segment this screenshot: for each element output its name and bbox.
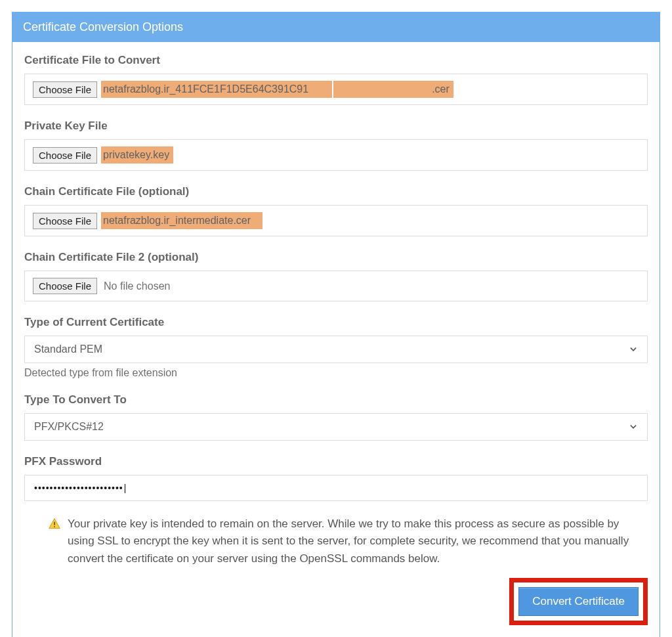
chain1-file-name: netafrazblog.ir_intermediate.cer bbox=[101, 212, 262, 229]
chevron-down-icon bbox=[629, 345, 638, 354]
pfx-password-value: ••••••••••••••••••••••• bbox=[34, 483, 123, 493]
chain1-group: Chain Certificate File (optional) Choose… bbox=[24, 185, 648, 236]
cert-file-name: netafrazblog.ir_411FCE1F1D5E64C391C91 bbox=[101, 81, 332, 98]
button-row: Convert Certificate bbox=[24, 578, 648, 625]
current-type-group: Type of Current Certificate Standard PEM… bbox=[24, 316, 648, 379]
text-cursor bbox=[125, 484, 125, 493]
convert-to-label: Type To Convert To bbox=[24, 393, 648, 406]
current-type-select[interactable]: Standard PEM bbox=[24, 336, 648, 363]
chain1-choose-button[interactable]: Choose File bbox=[33, 213, 97, 229]
panel-title: Certificate Conversion Options bbox=[12, 12, 660, 42]
chain2-choose-button[interactable]: Choose File bbox=[33, 278, 97, 294]
cert-file-input-row[interactable]: Choose File netafrazblog.ir_411FCE1F1D5E… bbox=[24, 74, 648, 105]
convert-to-group: Type To Convert To PFX/PKCS#12 bbox=[24, 393, 648, 441]
warning-icon bbox=[48, 517, 61, 536]
current-type-label: Type of Current Certificate bbox=[24, 316, 648, 329]
private-key-file-name: privatekey.key bbox=[101, 146, 173, 164]
chain2-input-row[interactable]: Choose File No file chosen bbox=[24, 271, 648, 301]
cert-file-ext: .cer bbox=[333, 81, 453, 98]
pfx-password-input[interactable]: ••••••••••••••••••••••• bbox=[24, 475, 648, 501]
svg-rect-1 bbox=[54, 526, 55, 527]
chain2-group: Chain Certificate File 2 (optional) Choo… bbox=[24, 251, 648, 301]
pfx-password-group: PFX Password ••••••••••••••••••••••• bbox=[24, 455, 648, 501]
pfx-password-label: PFX Password bbox=[24, 455, 648, 468]
chevron-down-icon bbox=[629, 422, 638, 431]
convert-to-value: PFX/PKCS#12 bbox=[34, 421, 623, 433]
private-key-group: Private Key File Choose File privatekey.… bbox=[24, 120, 648, 171]
highlight-frame: Convert Certificate bbox=[509, 578, 648, 625]
warning-text: Your private key is intended to remain o… bbox=[68, 516, 648, 567]
convert-to-select[interactable]: PFX/PKCS#12 bbox=[24, 413, 648, 441]
chain1-input-row[interactable]: Choose File netafrazblog.ir_intermediate… bbox=[24, 205, 648, 236]
private-key-label: Private Key File bbox=[24, 120, 648, 133]
chain1-label: Chain Certificate File (optional) bbox=[24, 185, 648, 198]
current-type-value: Standard PEM bbox=[34, 343, 623, 355]
private-key-input-row[interactable]: Choose File privatekey.key bbox=[24, 139, 648, 171]
cert-file-group: Certificate File to Convert Choose File … bbox=[24, 54, 648, 105]
cert-file-choose-button[interactable]: Choose File bbox=[33, 81, 97, 98]
chain2-label: Chain Certificate File 2 (optional) bbox=[24, 251, 648, 264]
private-key-choose-button[interactable]: Choose File bbox=[33, 147, 97, 164]
current-type-helper: Detected type from file extension bbox=[24, 367, 648, 379]
cert-conversion-panel: Certificate Conversion Options Certifica… bbox=[12, 12, 660, 637]
svg-rect-0 bbox=[54, 522, 55, 525]
chain2-no-file-text: No file chosen bbox=[104, 280, 170, 292]
convert-certificate-button[interactable]: Convert Certificate bbox=[518, 587, 639, 616]
warning-box: Your private key is intended to remain o… bbox=[24, 516, 648, 567]
cert-file-label: Certificate File to Convert bbox=[24, 54, 648, 67]
